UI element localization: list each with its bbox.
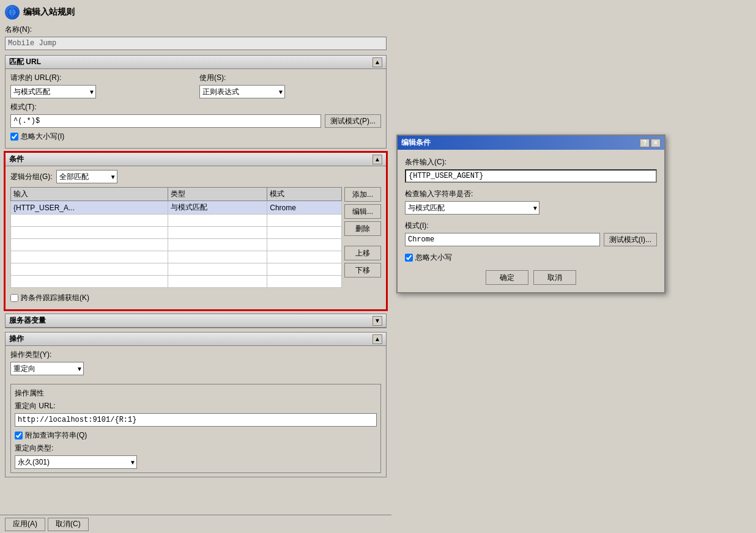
table-row[interactable] xyxy=(11,251,342,263)
table-row[interactable] xyxy=(11,215,342,227)
check-select[interactable]: 与模式匹配 xyxy=(405,201,539,215)
title-bar: 编辑入站规则 xyxy=(5,5,387,20)
redirect-url-input[interactable] xyxy=(15,413,377,427)
cancel-button[interactable]: 取消(C) xyxy=(48,518,89,531)
operations-content: 操作类型(Y): 重定向 ▼ 操作属性 重定向 URL: 附加查询字符串(Q) … xyxy=(6,346,386,477)
add-condition-button[interactable]: 添加... xyxy=(344,187,381,202)
condition-input[interactable] xyxy=(405,169,657,183)
move-down-button[interactable]: 下移 xyxy=(344,263,381,278)
dialog-ignore-case-label: 忽略大小写 xyxy=(415,252,452,263)
cell-input xyxy=(11,251,168,263)
cell-pattern xyxy=(267,276,342,288)
conditions-section-wrapper: 条件 ▲ 逻辑分组(G): 全部匹配 ▼ xyxy=(5,152,387,310)
props-group: 操作属性 重定向 URL: 附加查询字符串(Q) 重定向类型: 永久(301) … xyxy=(10,384,381,473)
test-pattern-button[interactable]: 测试模式(P)... xyxy=(325,114,381,128)
conditions-table: 输入 类型 模式 {HTTP_USER_A... 与模式匹配 Chrome xyxy=(10,187,342,288)
append-query-label: 附加查询字符串(Q) xyxy=(25,430,87,441)
conditions-header[interactable]: 条件 ▲ xyxy=(6,153,386,166)
server-vars-header[interactable]: 服务器变量 ▼ xyxy=(6,314,386,328)
cell-pattern xyxy=(267,251,342,263)
operations-header[interactable]: 操作 ▲ xyxy=(6,333,386,346)
apply-button[interactable]: 应用(A) xyxy=(5,518,45,531)
use-select[interactable]: 正则表达式 xyxy=(199,85,285,98)
server-vars-collapse[interactable]: ▼ xyxy=(372,316,382,326)
table-row[interactable]: {HTTP_USER_A... 与模式匹配 Chrome xyxy=(11,201,342,215)
table-row[interactable] xyxy=(11,239,342,251)
edit-condition-button[interactable]: 编辑... xyxy=(344,204,381,219)
dialog-pattern-row: 测试模式(I)... xyxy=(405,233,657,246)
redirect-url-label: 重定向 URL: xyxy=(15,401,377,411)
ignore-case-label: 忽略大小写(I) xyxy=(21,131,64,142)
logic-group-label: 逻辑分组(G): xyxy=(10,172,53,182)
cell-type xyxy=(168,227,267,239)
col-input: 输入 xyxy=(11,188,168,201)
match-url-content: 请求的 URL(R): 与模式匹配 ▼ 使用(S): 正则表达式 ▼ xyxy=(6,69,386,148)
redirect-type-select-wrapper: 永久(301) ▼ xyxy=(15,455,137,469)
conditions-label: 条件 xyxy=(9,154,24,164)
dialog-ignore-case-row: 忽略大小写 xyxy=(405,252,657,263)
table-row[interactable] xyxy=(11,227,342,239)
dialog-title-bar: 编辑条件 ? × xyxy=(398,136,664,150)
url-row: 请求的 URL(R): 与模式匹配 ▼ 使用(S): 正则表达式 ▼ xyxy=(10,73,381,98)
track-capture-row: 跨条件跟踪捕获组(K) xyxy=(10,293,381,303)
conditions-with-buttons: 输入 类型 模式 {HTTP_USER_A... 与模式匹配 Chrome xyxy=(10,187,381,290)
conditions-collapse[interactable]: ▲ xyxy=(372,155,382,164)
cell-pattern xyxy=(267,239,342,251)
logic-group-select[interactable]: 全部匹配 xyxy=(56,170,117,183)
server-vars-section: 服务器变量 ▼ xyxy=(5,314,387,328)
match-url-label: 匹配 URL xyxy=(9,57,41,67)
cell-type xyxy=(168,239,267,251)
request-url-select[interactable]: 与模式匹配 xyxy=(10,85,96,98)
cell-type xyxy=(168,251,267,263)
cell-type xyxy=(168,276,267,288)
cell-input xyxy=(11,227,168,239)
type-label: 操作类型(Y): xyxy=(10,350,381,360)
cell-input xyxy=(11,263,168,276)
match-url-header[interactable]: 匹配 URL ▲ xyxy=(6,56,386,69)
table-row[interactable] xyxy=(11,276,342,288)
ignore-case-checkbox[interactable] xyxy=(10,133,18,141)
conditions-section: 条件 ▲ 逻辑分组(G): 全部匹配 ▼ xyxy=(5,152,387,310)
dialog-help-button[interactable]: ? xyxy=(640,139,650,147)
delete-condition-button[interactable]: 删除 xyxy=(344,221,381,236)
redirect-type-select[interactable]: 永久(301) xyxy=(15,455,137,469)
dialog-cancel-button[interactable]: 取消 xyxy=(533,270,576,285)
col-type: 类型 xyxy=(168,188,267,201)
dialog-close-button[interactable]: × xyxy=(651,139,661,147)
dialog-ok-button[interactable]: 确定 xyxy=(486,270,528,285)
use-label: 使用(S): xyxy=(199,73,381,83)
pattern-input[interactable] xyxy=(10,114,321,128)
main-window: 编辑入站规则 名称(N): 匹配 URL ▲ 请求的 URL(R): 与模式匹配… xyxy=(0,0,391,533)
request-url-select-wrapper: 与模式匹配 ▼ xyxy=(10,85,96,98)
pattern-field: 模式(I): 测试模式(I)... xyxy=(405,221,657,246)
match-url-collapse[interactable]: ▲ xyxy=(372,57,382,67)
dialog-pattern-input[interactable] xyxy=(405,233,600,246)
cell-input xyxy=(11,239,168,251)
match-url-section: 匹配 URL ▲ 请求的 URL(R): 与模式匹配 ▼ 使用(S): xyxy=(5,55,387,149)
side-buttons: 添加... 编辑... 删除 上移 下移 xyxy=(344,187,381,290)
bottom-bar: 应用(A) 取消(C) xyxy=(0,515,391,533)
cell-pattern xyxy=(267,227,342,239)
dialog-ignore-case-checkbox[interactable] xyxy=(405,254,413,262)
cell-pattern: Chrome xyxy=(267,201,342,215)
cell-pattern xyxy=(267,263,342,276)
move-up-button[interactable]: 上移 xyxy=(344,246,381,260)
cell-type xyxy=(168,215,267,227)
dialog-test-button[interactable]: 测试模式(I)... xyxy=(604,233,657,246)
request-url-label: 请求的 URL(R): xyxy=(10,73,192,83)
ignore-case-row: 忽略大小写(I) xyxy=(10,131,381,142)
pattern-row: 测试模式(P)... xyxy=(10,114,381,128)
name-input[interactable] xyxy=(5,37,387,50)
dialog-title-btns: ? × xyxy=(640,139,661,147)
operation-type-select[interactable]: 重定向 xyxy=(10,362,84,375)
cell-input xyxy=(11,276,168,288)
use-select-wrapper: 正则表达式 ▼ xyxy=(199,85,285,98)
table-row[interactable] xyxy=(11,263,342,276)
cell-input xyxy=(11,215,168,227)
props-group-label: 操作属性 xyxy=(15,388,377,399)
dialog-title: 编辑条件 xyxy=(401,138,431,148)
append-query-row: 附加查询字符串(Q) xyxy=(15,430,377,441)
operations-collapse[interactable]: ▲ xyxy=(372,334,382,344)
track-capture-checkbox[interactable] xyxy=(10,294,18,302)
append-query-checkbox[interactable] xyxy=(15,432,23,439)
